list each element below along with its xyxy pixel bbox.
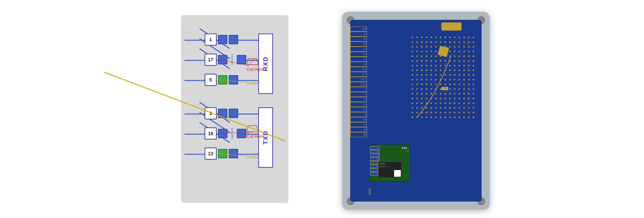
cut-indicator-17	[229, 54, 235, 65]
svg-marker-33	[247, 126, 258, 132]
cut-here-label-1: Cut Here	[247, 58, 264, 72]
dot-matrix-svg	[415, 35, 478, 109]
svg-marker-32	[247, 59, 258, 65]
pin-row-17: 17	[205, 54, 246, 66]
pin-pad-3b	[229, 109, 238, 118]
pin-number-1: 1	[205, 34, 217, 46]
wiring-diagram: 1 17 5 RXD 3	[148, 8, 309, 210]
cut-icon-2	[247, 125, 258, 132]
cut-icon-1	[247, 58, 258, 65]
pin-pad-1a	[218, 35, 227, 44]
pcb-outer-case: GND 35 36 EN 25 19 26 18 3V3 1/T 17/T 22…	[342, 12, 490, 210]
cut-here-text-1: Cut Here	[247, 67, 264, 72]
pin-row-13: 13	[205, 148, 238, 160]
pin-pad-3a	[218, 109, 227, 118]
cut-indicator-16	[229, 128, 235, 139]
pin-number-3: 3	[205, 107, 217, 119]
pin-pad-5b	[229, 75, 238, 85]
pin-pad-1b	[229, 35, 238, 44]
pin-number-17: 17	[205, 54, 217, 66]
pin-pad-16a	[218, 129, 227, 138]
cut-here-label-2: Cut Here	[247, 125, 264, 139]
pin-number-16: 16	[205, 127, 217, 140]
main-container: 1 17 5 RXD 3	[0, 0, 644, 218]
pin-pad-5a	[218, 75, 227, 85]
cut-here-text-2: Cut Here	[247, 134, 264, 139]
pin-row-3: 3	[205, 107, 238, 119]
pin-row-1: 1	[205, 34, 238, 46]
pin-row-16: 16	[205, 127, 246, 140]
pin-number-5: 5	[205, 74, 217, 86]
pin-pad-16b	[237, 129, 246, 138]
hpwr-label: HPWR	[369, 188, 372, 195]
yellow-wire-overlay	[0, 0, 644, 218]
pin-row-5: 5	[205, 74, 238, 86]
pin-pad-13b	[229, 149, 238, 158]
pin-number-13: 13	[205, 148, 217, 160]
pin-pad-13a	[218, 149, 227, 158]
pcb-inner-board: GND 35 36 EN 25 19 26 18 3V3 1/T 17/T 22…	[350, 20, 482, 202]
pin-pad-17b	[237, 55, 246, 64]
pcb-photo: GND 35 36 EN 25 19 26 18 3V3 1/T 17/T 22…	[335, 8, 496, 210]
pin-pad-17a	[218, 55, 227, 64]
